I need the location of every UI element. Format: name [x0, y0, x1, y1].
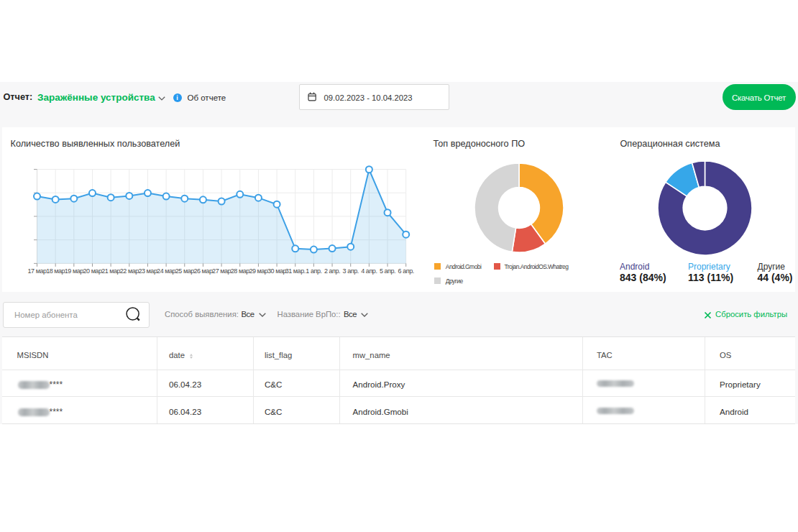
x-axis-label: 28 мар — [230, 267, 249, 275]
column-separator — [157, 337, 157, 423]
msisdn-blurred — [18, 408, 50, 416]
data-point-marker — [181, 196, 188, 202]
about-report-link[interactable]: Об отчете — [188, 93, 226, 102]
column-header-date[interactable]: date — [169, 351, 185, 359]
x-axis-label: 24 мар — [157, 267, 175, 275]
os-segment-name: Proprietary — [688, 262, 730, 272]
data-point-marker — [52, 196, 58, 203]
cell-date: 06.04.23 — [169, 408, 201, 416]
clear-filters-icon[interactable] — [704, 311, 712, 319]
legend-label: Другие — [446, 278, 463, 285]
os-segment-name: Android — [620, 262, 649, 272]
reset-filters-button[interactable]: Сбросить фильтры — [715, 310, 787, 318]
os-donut-title: Операционная система — [620, 139, 720, 149]
data-point-marker — [273, 201, 280, 208]
data-point-marker — [292, 245, 298, 252]
icon-shape — [137, 318, 139, 321]
x-axis-label: 4 апр. — [361, 267, 377, 275]
x-axis-label: 22 мар — [119, 267, 138, 275]
download-report-button[interactable]: Скачать Отчет — [723, 84, 796, 110]
icon-shape — [308, 94, 316, 101]
cell-mw-name: Android.Gmobi — [353, 408, 408, 416]
data-point-marker — [34, 193, 40, 200]
chevron-down-icon — [158, 96, 165, 101]
x-axis-label: 29 мар — [249, 267, 267, 275]
results-table: MSISDNdatelist_flagmw_nameTACOS****06.04… — [2, 336, 796, 424]
legend-label: Trojan.AndroidOS.Whatreg — [504, 263, 568, 270]
cell-os: Android — [720, 408, 748, 416]
column-separator — [582, 337, 583, 423]
msisdn-mask: **** — [50, 380, 63, 389]
icon-shape — [190, 357, 193, 359]
x-axis-label: 20 мар — [83, 267, 101, 275]
data-point-marker — [70, 196, 77, 202]
data-point-marker — [162, 193, 169, 200]
msisdn-mask: **** — [50, 408, 63, 416]
tac-blurred — [597, 380, 634, 387]
os-segment-value: 843 (84%) — [620, 272, 666, 283]
x-axis-label: 17 мар — [27, 267, 46, 275]
chevron-down-icon — [259, 313, 266, 317]
malware-name-select[interactable]: Все — [344, 310, 357, 318]
data-point-marker — [144, 190, 150, 196]
malware-name-label: Название ВрПо:: — [278, 310, 341, 318]
x-axis-label: 23 мар — [138, 267, 157, 275]
legend-swatch — [494, 263, 500, 270]
x-axis-label: 1 апр. — [306, 267, 321, 275]
data-point-marker — [310, 247, 316, 253]
x-axis-label: 26 мар — [193, 267, 212, 275]
x-axis-label: 18 мар — [46, 267, 65, 275]
x-axis-label: 5 апр. — [379, 267, 395, 275]
os-segment-name: Другие — [758, 262, 785, 272]
icon-shape — [362, 313, 368, 316]
icon-shape — [190, 354, 193, 356]
column-header-list_flag[interactable]: list_flag — [265, 351, 292, 359]
column-separator — [339, 337, 340, 423]
line-chart: 17 мар18 мар19 мар20 мар21 мар22 мар23 м… — [2, 127, 426, 282]
cell-mw-name: Android.Proxy — [353, 380, 405, 389]
column-separator — [253, 337, 254, 423]
column-header-tac[interactable]: TAC — [597, 351, 613, 359]
search-icon[interactable] — [124, 305, 142, 324]
detection-method-select[interactable]: Все — [242, 310, 254, 318]
column-header-mw_name[interactable]: mw_name — [353, 351, 390, 359]
cell-list-flag: C&C — [265, 408, 282, 416]
calendar-icon — [308, 92, 317, 101]
donut-slice — [474, 163, 519, 252]
charts-card: Количество выявленных пользователей Топ … — [2, 127, 796, 292]
malware-donut-title: Топ вредоносного ПО — [434, 139, 526, 149]
date-range-value: 09.02.2023 - 10.04.2023 — [324, 93, 413, 102]
data-point-marker — [237, 191, 243, 198]
report-select[interactable]: Заражённые устройства — [37, 92, 155, 103]
report-label: Отчет: — [4, 92, 33, 102]
malware-donut-chart — [473, 162, 568, 257]
icon-shape — [259, 313, 265, 316]
x-axis-label: 31 мар. — [285, 267, 305, 275]
cell-date: 06.04.23 — [169, 380, 201, 389]
tac-blurred — [597, 408, 634, 414]
data-point-marker — [218, 198, 224, 205]
legend-label: Android.Gmobi — [446, 263, 482, 270]
data-point-marker — [403, 231, 409, 238]
data-point-marker — [365, 166, 372, 173]
row-separator — [2, 370, 796, 370]
subscriber-search-input[interactable] — [14, 303, 126, 326]
row-separator — [2, 396, 796, 397]
x-axis-label: 30 мар — [267, 267, 286, 275]
legend-swatch — [434, 278, 441, 284]
sort-icon[interactable] — [190, 354, 193, 359]
os-segment-value: 44 (4%) — [758, 272, 793, 283]
cell-os: Proprietary — [720, 380, 761, 389]
column-header-msisdn[interactable]: MSISDN — [17, 351, 49, 359]
column-header-os[interactable]: OS — [720, 351, 731, 359]
x-axis-label: 25 мар — [175, 267, 193, 275]
x-axis-label: 6 апр. — [398, 267, 413, 275]
infected-devices-report-page: Отчет: Заражённые устройства i Об отчете… — [0, 0, 798, 532]
info-icon[interactable]: i — [173, 93, 182, 102]
x-axis-label: 3 апр. — [342, 267, 358, 275]
detection-method-label: Способ выявления: — [165, 310, 239, 318]
msisdn-blurred — [18, 381, 50, 389]
x-axis-label: 2 апр. — [324, 267, 339, 275]
chevron-down-icon — [361, 313, 368, 317]
icon-shape — [159, 97, 165, 100]
